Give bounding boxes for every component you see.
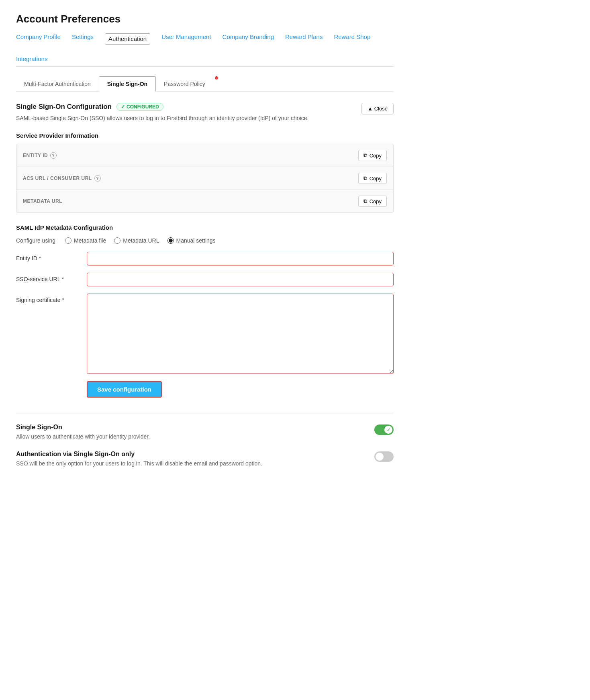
close-button[interactable]: ▲ Close	[361, 103, 394, 114]
sso-toggle-title: Single Sign-On	[16, 424, 368, 431]
sso-toggle-switch[interactable]: ✓	[374, 424, 394, 435]
entity-id-help-icon[interactable]: ?	[50, 152, 57, 159]
tab-sso[interactable]: Single Sign-On	[99, 76, 156, 92]
nav-settings[interactable]: Settings	[72, 33, 94, 44]
sso-section-title: Single Sign-On Configuration	[16, 103, 112, 111]
sso-title-group: Single Sign-On Configuration ✓ CONFIGURE…	[16, 103, 308, 131]
sso-only-toggle-track[interactable]	[374, 451, 394, 462]
form-row-entity-id: Entity ID *	[16, 252, 394, 265]
sp-label-metadata-url: METADATA URL	[23, 198, 62, 204]
acs-url-help-icon[interactable]: ?	[94, 175, 101, 182]
tab-mfa[interactable]: Multi-Factor Authentication	[16, 76, 99, 91]
sso-toggle-row: Single Sign-On Allow users to authentica…	[16, 424, 394, 441]
save-configuration-button[interactable]: Save configuration	[87, 381, 162, 398]
sso-toggle-label-group: Single Sign-On Allow users to authentica…	[16, 424, 368, 441]
sso-header-row: Single Sign-On Configuration ✓ CONFIGURE…	[16, 103, 394, 131]
sp-row-metadata-url: METADATA URL ⧉ Copy	[16, 190, 393, 212]
page-title: Account Preferences	[16, 13, 394, 25]
entity-id-input[interactable]	[87, 252, 394, 265]
check-icon: ✓	[121, 104, 125, 110]
sso-description: SAML-based Single Sign-On (SSO) allows u…	[16, 114, 308, 122]
copy-icon-2: ⧉	[363, 175, 367, 182]
saml-idp-section: SAML IdP Metadata Configuration Configur…	[16, 224, 394, 409]
radio-manual-settings[interactable]: Manual settings	[167, 237, 216, 244]
sso-url-input[interactable]	[87, 273, 394, 286]
sp-label-entity-id: ENTITY ID ?	[23, 152, 57, 159]
sso-only-toggle-desc: SSO will be the only option for your use…	[16, 459, 368, 468]
copy-metadata-url-button[interactable]: ⧉ Copy	[358, 196, 387, 207]
top-nav: Company Profile Settings Authentication …	[16, 33, 394, 67]
nav-authentication[interactable]: Authentication	[105, 33, 150, 45]
configure-row: Configure using Metadata file Metadata U…	[16, 237, 394, 244]
form-row-sso-url: SSO-service URL *	[16, 273, 394, 286]
form-row-signing-cert: Signing certificate *	[16, 294, 394, 374]
toggle-check-icon: ✓	[387, 427, 390, 433]
sso-toggle-thumb: ✓	[384, 426, 392, 434]
nav-integrations[interactable]: Integrations	[16, 55, 47, 66]
sub-tabs: Multi-Factor Authentication Single Sign-…	[16, 76, 394, 92]
sso-toggle-track[interactable]: ✓	[374, 424, 394, 435]
nav-user-management[interactable]: User Management	[161, 33, 211, 44]
copy-acs-url-button[interactable]: ⧉ Copy	[358, 173, 387, 184]
nav-company-branding[interactable]: Company Branding	[223, 33, 274, 44]
entity-id-label: Entity ID *	[16, 252, 80, 261]
sso-toggle-desc: Allow users to authenticate with your id…	[16, 433, 368, 441]
sso-only-toggle-title: Authentication via Single Sign-On only	[16, 451, 368, 458]
tab-password-policy[interactable]: Password Policy	[156, 76, 213, 91]
radio-input-metadata-file[interactable]	[65, 237, 71, 244]
copy-icon-3: ⧉	[363, 198, 367, 204]
saml-section-title: SAML IdP Metadata Configuration	[16, 224, 394, 231]
sso-only-toggle-switch[interactable]	[374, 451, 394, 462]
sso-only-toggle-label-group: Authentication via Single Sign-On only S…	[16, 451, 368, 468]
configured-label: CONFIGURED	[127, 104, 159, 110]
sp-label-acs-url: ACS URL / CONSUMER URL ?	[23, 175, 101, 182]
sso-config-section: Single Sign-On Configuration ✓ CONFIGURE…	[16, 103, 394, 409]
sso-only-toggle-row: Authentication via Single Sign-On only S…	[16, 451, 394, 468]
service-provider-section: Service Provider Information ENTITY ID ?…	[16, 132, 394, 213]
configured-badge: ✓ CONFIGURED	[116, 103, 163, 111]
sso-only-toggle-thumb	[376, 453, 384, 461]
configure-label: Configure using	[16, 237, 55, 244]
radio-metadata-file[interactable]: Metadata file	[65, 237, 106, 244]
nav-company-profile[interactable]: Company Profile	[16, 33, 61, 44]
sp-row-entity-id: ENTITY ID ? ⧉ Copy	[16, 144, 393, 167]
signing-cert-textarea[interactable]	[87, 294, 394, 374]
copy-icon: ⧉	[363, 152, 367, 159]
sp-section-title: Service Provider Information	[16, 132, 394, 139]
nav-reward-plans[interactable]: Reward Plans	[285, 33, 323, 44]
section-divider	[16, 414, 394, 414]
sso-url-label: SSO-service URL *	[16, 273, 80, 282]
nav-reward-shop[interactable]: Reward Shop	[334, 33, 370, 44]
notification-dot	[215, 76, 218, 80]
section-header: Single Sign-On Configuration ✓ CONFIGURE…	[16, 103, 308, 111]
radio-metadata-url[interactable]: Metadata URL	[114, 237, 159, 244]
copy-entity-id-button[interactable]: ⧉ Copy	[358, 150, 387, 161]
radio-input-manual-settings[interactable]	[167, 237, 174, 244]
radio-input-metadata-url[interactable]	[114, 237, 120, 244]
signing-cert-label: Signing certificate *	[16, 294, 80, 303]
sp-row-acs-url: ACS URL / CONSUMER URL ? ⧉ Copy	[16, 167, 393, 190]
sp-table: ENTITY ID ? ⧉ Copy ACS URL / CONSUMER UR…	[16, 144, 394, 213]
